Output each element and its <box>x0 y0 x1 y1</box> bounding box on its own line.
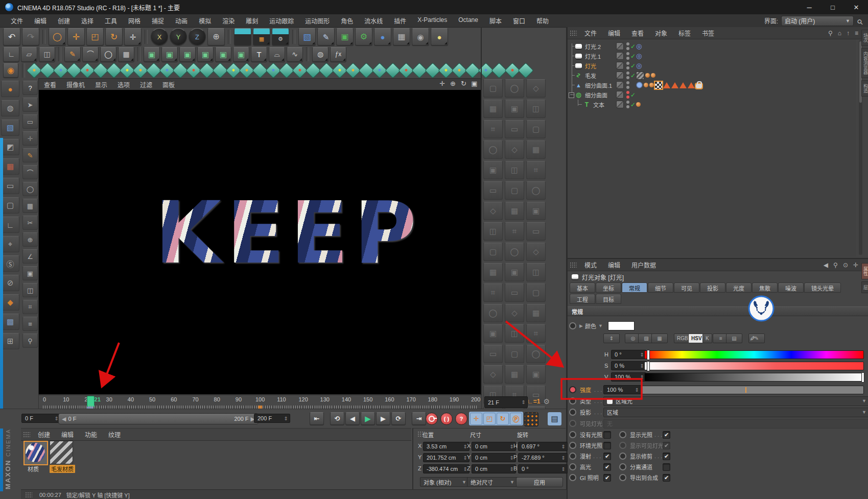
viewport[interactable]: 查看摄像机显示选项过滤面板 ✛⊕↻▣ KEEP <box>38 78 482 396</box>
rotate-tool-button[interactable]: ↻ <box>105 28 123 45</box>
generator-button-2[interactable]: ▣ <box>161 47 178 62</box>
palette-tool-button-23[interactable]: ▭ <box>526 222 546 241</box>
palette-tool-button-0[interactable]: ▢ <box>483 79 503 98</box>
expand-arrow-icon[interactable]: ▶ <box>579 323 583 328</box>
record-keyframe-button[interactable] <box>426 413 438 425</box>
world-mode-button[interactable]: ◍ <box>1 100 19 116</box>
palette-tool-button-36[interactable]: ▣ <box>483 324 503 343</box>
snap-button[interactable]: ▱ <box>21 47 37 62</box>
checkbox-r-3[interactable] <box>663 463 670 471</box>
color-swatch[interactable] <box>608 321 635 330</box>
editor-toggle[interactable] <box>616 91 624 99</box>
anim-dot[interactable] <box>619 431 626 438</box>
anim-dot[interactable] <box>569 453 576 460</box>
palette-tool-button-33[interactable]: ◯ <box>483 304 503 322</box>
menu-item-12[interactable]: 运动图形 <box>299 15 335 27</box>
visibility-dots[interactable] <box>626 62 629 69</box>
material-name[interactable]: 材质 <box>28 465 39 473</box>
om-menu-4[interactable]: 标签 <box>673 28 696 38</box>
menu-item-19[interactable]: 窗口 <box>507 15 531 27</box>
generator-button-1[interactable]: ▣ <box>144 47 160 62</box>
knife-tool-button[interactable]: ✂ <box>22 216 38 230</box>
collapse-icon[interactable]: − <box>569 92 574 98</box>
tab-5[interactable]: 投影 <box>700 282 725 293</box>
viewport-menu-2[interactable]: 显示 <box>90 79 112 90</box>
z-axis-lock-button[interactable]: Z <box>189 28 206 45</box>
viewport-canvas[interactable]: KEEP <box>39 90 481 394</box>
generator-button-6[interactable]: ▣ <box>233 47 249 62</box>
object-name[interactable]: 毛发 <box>585 72 596 80</box>
search-icon[interactable]: ⚲ <box>855 16 865 26</box>
help-tool-button[interactable]: ? <box>22 81 38 95</box>
intensity-anim-dot[interactable] <box>569 386 576 393</box>
gear-icon[interactable]: ⚙ <box>543 397 550 406</box>
palette-tool-button-27[interactable]: ▦ <box>483 263 503 281</box>
fx-button[interactable]: ƒx <box>330 47 346 62</box>
spinner-icon[interactable]: ⇕ <box>640 363 644 369</box>
coord-mode-dropdown[interactable]: 对象 (相对)▼ <box>420 477 470 487</box>
close-button[interactable]: ✕ <box>844 0 868 14</box>
move-tool-button[interactable]: ✛ <box>67 28 85 45</box>
palette-tool-button-19[interactable]: ▦ <box>505 202 524 220</box>
spinner-icon[interactable]: ⇕ <box>561 455 566 461</box>
target-tag-icon[interactable]: ◎ <box>636 42 642 50</box>
palette-tool-button-29[interactable]: ◫ <box>526 263 546 281</box>
menu-item-2[interactable]: 创建 <box>52 15 76 27</box>
checkbox-r-0[interactable]: ✔ <box>663 431 670 439</box>
target-tag-icon[interactable]: ◎ <box>636 62 642 69</box>
am-menu-1[interactable]: 编辑 <box>602 259 626 270</box>
hair-material-name[interactable]: 毛发材质 <box>50 465 75 473</box>
spinner-icon[interactable]: ⇕ <box>561 444 566 449</box>
goto-end-button[interactable]: ⇥ <box>412 412 426 425</box>
editor-toggle[interactable] <box>616 52 624 60</box>
viewport-menu-5[interactable]: 面板 <box>157 79 180 90</box>
spline-arc-button[interactable]: ⌒ <box>82 47 99 62</box>
select-arrow-button[interactable]: ➤ <box>22 98 38 112</box>
editor-toggle[interactable] <box>616 72 624 79</box>
tab-3[interactable]: 细节 <box>648 282 673 293</box>
anim-dot[interactable] <box>619 474 626 481</box>
viewport-menu-0[interactable]: 查看 <box>39 79 61 90</box>
add-subdivision-surface-button[interactable]: ▣ <box>336 28 354 45</box>
palette-tool-button-38[interactable]: ⌗ <box>526 324 546 343</box>
disable-mode-button[interactable]: ⊘ <box>1 275 19 291</box>
sculpt-pen-button[interactable]: ✎ <box>64 47 81 62</box>
intensity-field[interactable]: 100 %⇕ <box>603 385 641 394</box>
om-menu-5[interactable]: 书签 <box>696 28 720 38</box>
scale-tool-button[interactable]: ◰ <box>86 28 104 45</box>
phong-tag-icon[interactable] <box>645 73 650 78</box>
goto-start-button[interactable]: ⇤ <box>310 412 324 425</box>
pen-tool-button[interactable]: ✎ <box>317 28 335 45</box>
om-home-icon[interactable]: ⌂ <box>838 30 841 37</box>
tab-4[interactable]: 可见 <box>674 282 699 293</box>
palette-tool-button-9[interactable]: ◯ <box>483 140 503 159</box>
palette-tool-button-4[interactable]: ▣ <box>505 100 524 118</box>
glow-tag-icon[interactable] <box>636 82 643 88</box>
slider-handle[interactable] <box>861 372 864 383</box>
uv-mode-button[interactable]: ▦ <box>1 158 19 175</box>
palette-tool-button-16[interactable]: ▢ <box>505 181 524 200</box>
generator-button-4[interactable]: ▣ <box>197 47 214 62</box>
side-tab-b-1[interactable]: 层 <box>861 281 868 293</box>
coord-field-1-0[interactable]: 201.752 cm⇕ <box>423 453 470 462</box>
menu-item-7[interactable]: 动画 <box>170 15 193 27</box>
selection-tag-icon[interactable] <box>671 82 678 88</box>
v-gradient-slider[interactable] <box>644 373 864 382</box>
anim-dot[interactable] <box>569 474 576 481</box>
generator-button-3[interactable]: ▣ <box>179 47 196 62</box>
menu-item-4[interactable]: 工具 <box>99 15 123 27</box>
viewport-menu-3[interactable]: 选项 <box>112 79 135 90</box>
play-button[interactable]: ▶ <box>361 412 375 425</box>
checkbox-4[interactable]: ✔ <box>603 474 611 482</box>
menu-item-14[interactable]: 流水线 <box>359 15 388 27</box>
chevron-down-icon[interactable]: ▼ <box>598 323 603 328</box>
om-menu-icon[interactable]: ≡ <box>855 30 858 37</box>
tab2-1[interactable]: 目标 <box>596 294 621 304</box>
effector-icon-37[interactable] <box>518 62 533 78</box>
om-menu-0[interactable]: 文件 <box>579 28 602 38</box>
angle-tool-button[interactable]: ∠ <box>22 249 38 264</box>
editor-toggle[interactable] <box>616 101 624 108</box>
object-row-4[interactable]: ▲细分曲面.1 <box>568 80 856 90</box>
visibility-dots[interactable] <box>626 42 629 50</box>
am-add-icon[interactable]: ✛ <box>853 262 858 269</box>
